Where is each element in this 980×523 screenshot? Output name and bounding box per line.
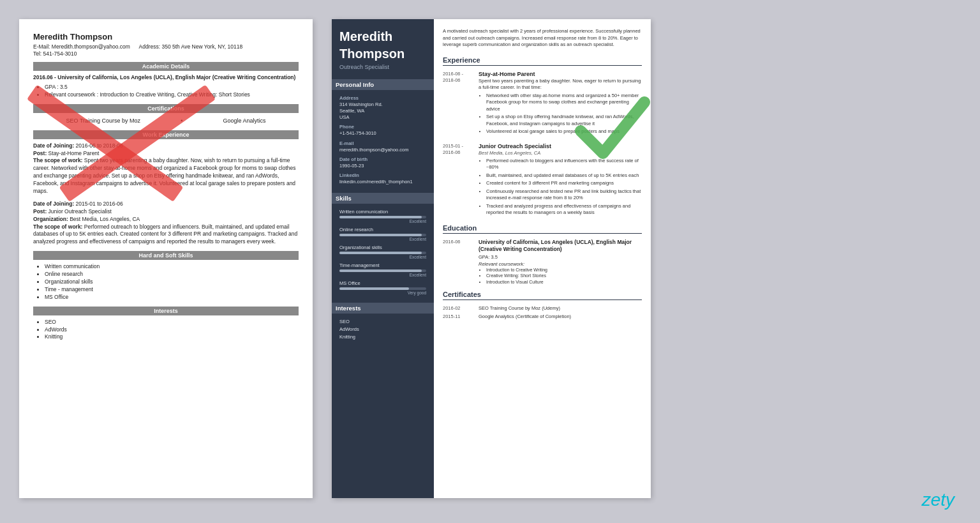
good-summary: A motivated outreach specialist with 2 y… <box>443 28 642 49</box>
good-interest-3: Knitting <box>339 334 426 340</box>
good-linkedin: linkedin.com/meredith_thomphon1 <box>339 179 426 185</box>
good-phone: +1-541-754-3010 <box>339 130 426 137</box>
good-exp1-detail: Stay-at-Home Parent Spent two years pare… <box>479 71 642 137</box>
bad-skills-list: Written communication Online research Or… <box>45 263 299 301</box>
good-exp2-org: Best Media, Los Angeles, CA <box>479 150 642 156</box>
good-personal-section: Personal Info <box>332 79 434 90</box>
good-exp2-b3: Created content for 3 different PR and m… <box>486 180 642 187</box>
good-exp1-date: 2016-06 -2018-06 <box>443 71 473 137</box>
bad-work2-post: Post: Junior Outreach Specialist <box>33 208 299 216</box>
good-title: Outreach Specialist <box>339 64 426 70</box>
good-address-label: Address <box>339 95 426 101</box>
good-edu1-c1: Introduction to Creative Writing <box>486 267 642 273</box>
good-edu1-c3: Introduction to Visual Culture <box>486 279 642 285</box>
good-exp2-detail: Junior Outreach Specialist Best Media, L… <box>479 143 642 218</box>
good-edu-section: Education <box>443 224 642 234</box>
good-dob-label: Date of birth <box>339 156 426 162</box>
good-exp2-b5: Tracked and analyzed progress and effect… <box>486 203 642 216</box>
good-exp1-b3: Volunteered at local garage sales to pre… <box>486 128 642 135</box>
good-cert1-name: SEO Training Course by Moz (Udemy) <box>479 305 560 311</box>
bad-certs: SEO Training Course by Moz • Google Anal… <box>33 116 299 125</box>
good-edu1-coursework-label: Relevant coursework: <box>479 261 642 267</box>
bad-edu-gpa: GPA : 3.5 <box>45 84 299 91</box>
bad-cert-2: Google Analytics <box>223 117 265 124</box>
good-exp1-bullets: Networked with other stay-at-home moms a… <box>486 93 642 135</box>
good-edu1-coursework: Introduction to Creative Writing Creativ… <box>486 267 642 285</box>
bad-work-header: Work Experience <box>33 130 299 139</box>
good-cert-section: Certificates <box>443 291 642 300</box>
bad-work2-org: Organization: Best Media, Los Angeles, C… <box>33 216 299 224</box>
bad-tel-label: Tel: <box>33 50 41 57</box>
bad-skill-2: Online research <box>45 271 299 278</box>
bad-interests-list: SEO AdWords Knitting <box>45 319 299 342</box>
bad-work-2: Date of Joining: 2015-01 to 2016-06 Post… <box>33 201 299 246</box>
good-exp-section: Experience <box>443 56 642 66</box>
good-cert2-name: Google Analytics (Certificate of Complet… <box>479 314 571 319</box>
good-linkedin-label: LinkedIn <box>339 172 426 178</box>
good-edu-1: 2016-06 University of California, Los An… <box>443 239 642 285</box>
good-exp1-title: Stay-at-Home Parent <box>479 71 642 77</box>
bad-academic-header: Academic Details <box>33 62 299 71</box>
good-skill-online: Online research Excellent <box>339 227 426 241</box>
bad-email-label: E-Mail: <box>33 43 50 50</box>
good-edu1-c2: Creative Writing: Short Stories <box>486 273 642 279</box>
good-email: meredith.thompson@yahoo.com <box>339 147 426 153</box>
good-exp2-bullets: Performed outreach to bloggers and influ… <box>486 158 642 216</box>
good-skill-ms: MS Office Very good <box>339 280 426 295</box>
good-address: 314 Washington Rd.Seattle, WAUSA <box>339 102 426 121</box>
good-name-first: Meredith <box>339 29 426 44</box>
bad-skill-5: MS Office <box>45 294 299 301</box>
bad-work1-post: Post: Stay-at-Home Parent <box>33 150 299 158</box>
bad-skill-4: Time - management <box>45 286 299 294</box>
good-edu1-detail: University of California, Los Angeles (U… <box>479 239 642 285</box>
good-cert1-date: 2016-02 <box>443 305 473 311</box>
good-exp2-b4: Continuously researched and tested new P… <box>486 188 642 202</box>
good-edu1-gpa: GPA: 3.5 <box>479 254 642 260</box>
bad-email: Meredith.thompson@yahoo.com <box>52 43 130 50</box>
resume-good-sidebar: Meredith Thompson Outreach Specialist Pe… <box>332 19 434 498</box>
bad-edu-coursework: Relevant coursework : Introduction to Cr… <box>45 91 299 99</box>
resume-bad: Meredith Thompson E-Mail: Meredith.thomp… <box>19 19 313 498</box>
good-exp2-b1: Performed outreach to bloggers and influ… <box>486 158 642 171</box>
good-interest-1: SEO <box>339 319 426 324</box>
bad-cert-bullet: • <box>181 117 182 124</box>
good-phone-label: Phone <box>339 124 426 130</box>
good-edu1-date: 2016-06 <box>443 239 473 285</box>
bad-address-label: Address: <box>139 43 161 50</box>
good-skill-written: Written communication Excellent <box>339 209 426 224</box>
bad-name: Meredith Thompson <box>33 32 299 42</box>
good-interests-section: Interests <box>332 303 434 314</box>
good-exp1-desc: Spent two years parenting a baby daughte… <box>479 78 642 91</box>
page-container: Meredith Thompson E-Mail: Meredith.thomp… <box>0 0 980 523</box>
bad-cert-header: Certifications <box>33 104 299 113</box>
good-exp1-b1: Networked with other stay-at-home moms a… <box>486 93 642 113</box>
bad-interest-3: Knitting <box>45 333 299 341</box>
good-exp2-b2: Built, maintained, and updated email dat… <box>486 172 642 179</box>
good-interest-2: AdWords <box>339 326 426 332</box>
bad-skills-header: Hard and Soft Skills <box>33 251 299 260</box>
good-skill-time: Time-management Excellent <box>339 262 426 277</box>
good-skill-org: Organizational skills Excellent <box>339 245 426 259</box>
bad-interests-header: Interests <box>33 307 299 315</box>
bad-interest-2: AdWords <box>45 326 299 334</box>
bad-work2-scope: The scope of work: Performed outreach to… <box>33 224 299 246</box>
bad-cert-1: SEO Training Course by Moz <box>66 117 141 124</box>
bad-skill-1: Written communication <box>45 263 299 271</box>
bad-tel: 541-754-3010 <box>43 50 77 57</box>
resume-good: Meredith Thompson Outreach Specialist Pe… <box>332 19 651 498</box>
resume-good-main: A motivated outreach specialist with 2 y… <box>434 19 651 498</box>
good-cert-1: 2016-02 SEO Training Course by Moz (Udem… <box>443 305 642 311</box>
bad-email-line: E-Mail: Meredith.thompson@yahoo.com Addr… <box>33 43 299 50</box>
bad-edu-date: 2016.06 - University of California, Los … <box>33 74 299 82</box>
bad-work-1: Date of Joining: 2016-06 to 2018-06 Post… <box>33 142 299 195</box>
bad-address: 350 5th Ave New York, NY, 10118 <box>161 43 242 50</box>
bad-skill-3: Organizational skills <box>45 278 299 286</box>
good-cert-2: 2015-11 Google Analytics (Certificate of… <box>443 314 642 319</box>
good-edu1-title: University of California, Los Angeles (U… <box>479 239 642 253</box>
good-exp1-b2: Set up a shop on Etsy offering handmade … <box>486 114 642 127</box>
bad-tel-line: Tel: 541-754-3010 <box>33 50 299 57</box>
good-exp-2: 2015-01 -2016-06 Junior Outreach Special… <box>443 143 642 218</box>
good-dob: 1990-05-23 <box>339 163 426 169</box>
good-exp2-title: Junior Outreach Specialist <box>479 143 642 149</box>
bad-work2-joining: Date of Joining: 2015-01 to 2016-06 <box>33 201 299 208</box>
